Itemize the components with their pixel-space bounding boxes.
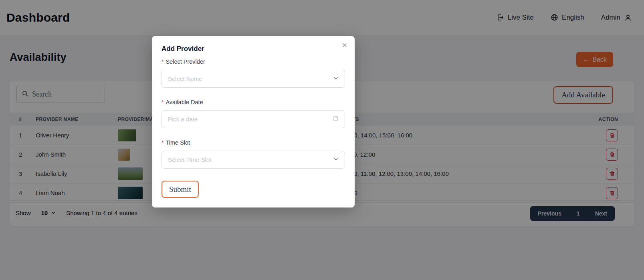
calendar-icon: [333, 115, 339, 123]
required-asterisk: *: [162, 58, 164, 65]
date-picker-input[interactable]: Pick a date: [162, 110, 345, 128]
modal-title: Add Provider: [162, 45, 345, 53]
time-slot-select[interactable]: Select Time Slot: [162, 151, 345, 169]
chevron-down-icon: [333, 75, 339, 83]
available-date-label: * Available Date: [162, 99, 345, 105]
time-slot-placeholder: Select Time Slot: [168, 156, 211, 163]
chevron-down-icon: [333, 156, 339, 163]
provider-select[interactable]: Select Name: [162, 70, 345, 88]
select-provider-label: * Select Provider: [162, 58, 345, 65]
add-provider-modal: ✕ Add Provider * Select Provider Select …: [152, 36, 355, 207]
date-placeholder: Pick a date: [168, 116, 198, 123]
required-asterisk: *: [162, 139, 164, 146]
time-slot-label: * Time Slot: [162, 139, 345, 146]
close-icon[interactable]: ✕: [342, 42, 347, 49]
dashboard-screen: Dashboard Live Site English Admin: [0, 0, 644, 280]
provider-select-placeholder: Select Name: [168, 75, 202, 82]
required-asterisk: *: [162, 99, 164, 105]
submit-button[interactable]: Submit: [162, 181, 199, 198]
